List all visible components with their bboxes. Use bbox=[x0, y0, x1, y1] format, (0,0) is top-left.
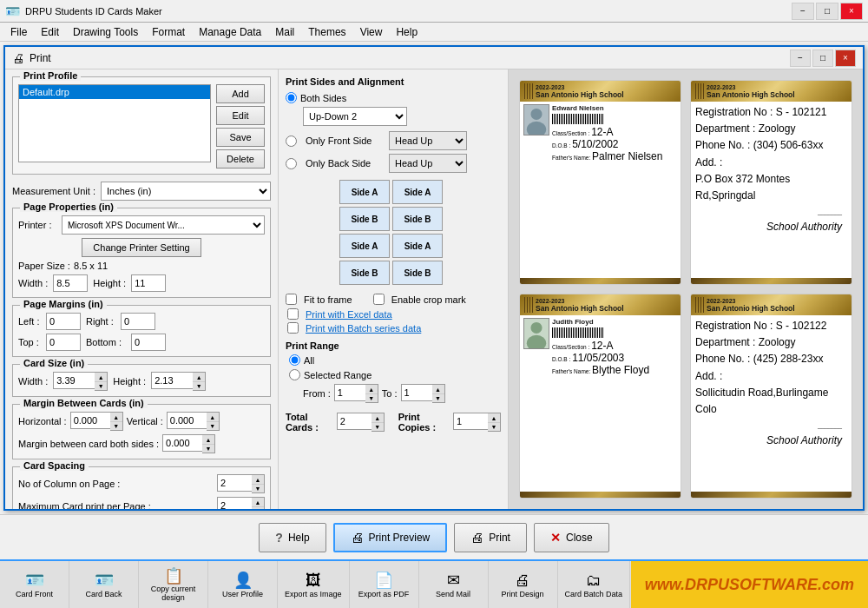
menu-themes[interactable]: Themes bbox=[301, 24, 352, 40]
columns-up[interactable]: ▲ bbox=[252, 475, 264, 484]
minimize-btn[interactable]: − bbox=[792, 3, 814, 20]
fit-frame-check[interactable] bbox=[286, 294, 297, 305]
total-cards-input[interactable] bbox=[337, 413, 372, 430]
all-radio[interactable] bbox=[289, 354, 300, 366]
vert-input[interactable] bbox=[167, 412, 207, 429]
max-cards-up[interactable]: ▲ bbox=[252, 498, 264, 506]
print-button[interactable]: 🖨 Print bbox=[454, 523, 527, 552]
to-up[interactable]: ▲ bbox=[432, 385, 444, 393]
from-up[interactable]: ▲ bbox=[365, 385, 378, 393]
export-pdf-icon: 📄 bbox=[374, 571, 393, 590]
taskbar-user-profile[interactable]: 👤 User Profile bbox=[208, 561, 278, 608]
taskbar-export-image[interactable]: 🖼 Export as Image bbox=[278, 561, 350, 608]
excel-row: Print with Excel data bbox=[287, 308, 501, 320]
menu-drawing[interactable]: Drawing Tools bbox=[66, 24, 145, 40]
total-cards-up[interactable]: ▲ bbox=[372, 413, 384, 422]
maximize-btn[interactable]: □ bbox=[816, 3, 838, 20]
menu-manage[interactable]: Manage Data bbox=[192, 24, 268, 40]
front-align-select[interactable]: Head Up bbox=[389, 131, 467, 150]
both-sides-up[interactable]: ▲ bbox=[202, 435, 214, 444]
horiz-down[interactable]: ▼ bbox=[110, 421, 122, 430]
menu-mail[interactable]: Mail bbox=[268, 24, 301, 40]
add-profile-btn[interactable]: Add bbox=[216, 84, 265, 103]
card-height-input[interactable] bbox=[151, 372, 193, 389]
width-input[interactable] bbox=[53, 274, 88, 292]
enable-crop-check[interactable] bbox=[373, 294, 385, 305]
print-design-label: Print Design bbox=[502, 590, 544, 598]
delete-profile-btn[interactable]: Delete bbox=[216, 149, 265, 169]
taskbar-card-back[interactable]: 🪪 Card Back bbox=[69, 561, 139, 608]
sides-diagram: Side A Side A Side B Side B Side A Side … bbox=[339, 180, 447, 285]
card-width-input[interactable] bbox=[53, 372, 95, 389]
print-copies-input[interactable] bbox=[453, 413, 488, 430]
to-input[interactable] bbox=[401, 384, 432, 401]
help-button[interactable]: ? Help bbox=[259, 523, 326, 552]
dialog-maximize[interactable]: □ bbox=[812, 50, 833, 67]
card-width-up[interactable]: ▲ bbox=[95, 373, 107, 381]
printer-select[interactable]: Microsoft XPS Document Wr... bbox=[62, 215, 265, 235]
card1-class: Class/Section : 12-A bbox=[552, 126, 677, 138]
close-btn[interactable]: × bbox=[840, 3, 863, 20]
back-side-radio[interactable] bbox=[286, 158, 297, 169]
selected-range-radio[interactable] bbox=[289, 369, 300, 380]
batch-check[interactable] bbox=[287, 322, 299, 334]
excel-label: Print with Excel data bbox=[306, 309, 392, 320]
copies-up[interactable]: ▲ bbox=[488, 413, 500, 422]
bottom-margin-input[interactable] bbox=[131, 334, 166, 351]
from-down[interactable]: ▼ bbox=[365, 393, 378, 402]
horiz-up[interactable]: ▲ bbox=[110, 413, 122, 421]
menu-view[interactable]: View bbox=[353, 24, 390, 40]
right-margin-input[interactable] bbox=[121, 313, 155, 330]
both-sides-input[interactable] bbox=[162, 434, 202, 452]
taskbar-card-front[interactable]: 🪪 Card Front bbox=[0, 561, 69, 608]
print-dialog: 🖨 Print − □ × Print Profile Default.drp bbox=[3, 45, 865, 511]
columns-input[interactable] bbox=[217, 474, 252, 492]
card1-name: Edward Nielsen bbox=[552, 104, 677, 112]
menu-format[interactable]: Format bbox=[145, 24, 192, 40]
close-button[interactable]: ✕ Close bbox=[534, 523, 609, 552]
from-input[interactable] bbox=[334, 384, 365, 401]
front-side-radio[interactable] bbox=[286, 135, 297, 147]
measurement-select[interactable]: Inches (in) bbox=[101, 182, 271, 201]
taskbar-copy-design[interactable]: 📋 Copy currentdesign bbox=[139, 561, 208, 608]
top-margin-input[interactable] bbox=[46, 334, 81, 351]
menu-help[interactable]: Help bbox=[389, 24, 424, 40]
excel-check[interactable] bbox=[287, 308, 299, 320]
taskbar-send-mail[interactable]: ✉ Send Mail bbox=[419, 561, 489, 608]
horiz-input[interactable] bbox=[70, 412, 110, 429]
copies-down[interactable]: ▼ bbox=[488, 422, 500, 431]
taskbar-card-batch[interactable]: 🗂 Card Batch Data bbox=[558, 561, 631, 608]
to-down[interactable]: ▼ bbox=[432, 393, 444, 402]
print-sides-label: Print Sides and Alignment bbox=[286, 76, 501, 87]
dialog-close[interactable]: × bbox=[835, 50, 856, 67]
columns-down[interactable]: ▼ bbox=[252, 484, 264, 492]
card-width-down[interactable]: ▼ bbox=[95, 381, 107, 390]
total-cards-down[interactable]: ▼ bbox=[372, 422, 384, 431]
alignment-select[interactable]: Up-Down 2 bbox=[303, 107, 407, 126]
menu-edit[interactable]: Edit bbox=[34, 24, 66, 40]
profile-list[interactable]: Default.drp bbox=[18, 84, 211, 162]
edit-profile-btn[interactable]: Edit bbox=[216, 106, 265, 125]
card-batch-label: Card Batch Data bbox=[565, 590, 623, 598]
printer-row: Printer : Microsoft XPS Document Wr... bbox=[18, 215, 265, 235]
taskbar-export-pdf[interactable]: 📄 Export as PDF bbox=[350, 561, 419, 608]
dialog-minimize[interactable]: − bbox=[790, 50, 811, 67]
max-cards-input[interactable] bbox=[217, 497, 252, 509]
change-printer-btn[interactable]: Change Printer Setting bbox=[82, 238, 201, 257]
print-preview-button[interactable]: 🖨 Print Preview bbox=[333, 523, 448, 552]
height-input[interactable] bbox=[131, 274, 166, 292]
both-sides-radio[interactable] bbox=[286, 92, 297, 103]
vert-up[interactable]: ▲ bbox=[207, 413, 219, 421]
left-margin-input[interactable] bbox=[46, 313, 81, 330]
card-height-down[interactable]: ▼ bbox=[193, 381, 205, 390]
print-range-label: Print Range bbox=[286, 340, 501, 351]
menu-file[interactable]: File bbox=[3, 24, 34, 40]
vert-down[interactable]: ▼ bbox=[207, 421, 219, 430]
max-cards-down[interactable]: ▼ bbox=[252, 506, 264, 509]
back-align-select[interactable]: Head Up bbox=[389, 154, 467, 173]
card-height-up[interactable]: ▲ bbox=[193, 373, 205, 381]
save-profile-btn[interactable]: Save bbox=[216, 128, 265, 147]
taskbar-print-design[interactable]: 🖨 Print Design bbox=[489, 561, 558, 608]
both-sides-down[interactable]: ▼ bbox=[202, 444, 214, 453]
profile-item-default[interactable]: Default.drp bbox=[19, 85, 210, 99]
